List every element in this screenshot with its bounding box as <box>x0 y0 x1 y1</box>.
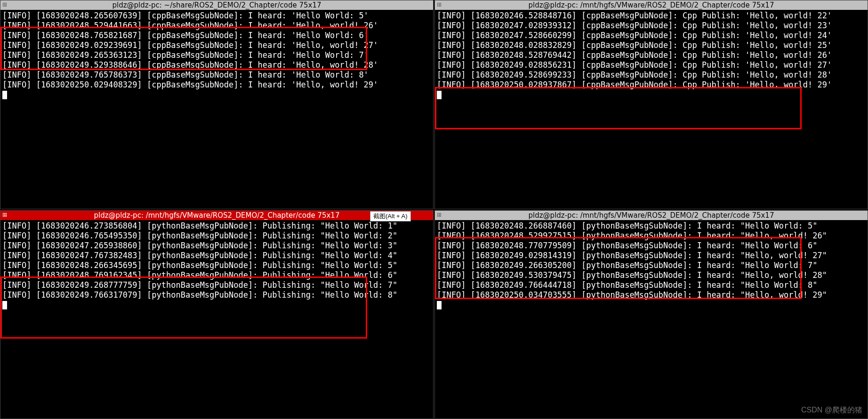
terminal-grid: ⊞ pldz@pldz-pc: ~/share/ROS2_DEMO/2_Chap… <box>0 0 868 419</box>
log-line: [INFO] [1683020249.766444718] [pythonBas… <box>437 280 866 290</box>
terminal-output-top-right[interactable]: [INFO] [1683020246.528848716] [cppBaseMs… <box>435 10 868 209</box>
window-icon: ⊞ <box>2 1 9 8</box>
log-line: [INFO] [1683020249.528699233] [cppBaseMs… <box>437 70 866 80</box>
log-line: [INFO] [1683020247.265938860] [pythonBas… <box>2 241 431 251</box>
log-line: [INFO] [1683020249.028856231] [cppBaseMs… <box>437 60 866 70</box>
log-line: [INFO] [1683020248.528769442] [cppBaseMs… <box>437 50 866 60</box>
terminal-output-bottom-right[interactable]: [INFO] [1683020248.266887460] [pythonBas… <box>435 220 868 419</box>
window-title: pldz@pldz-pc: /mnt/hgfs/VMware/ROS2_DEMO… <box>94 211 340 220</box>
terminal-pane-top-left[interactable]: ⊞ pldz@pldz-pc: ~/share/ROS2_DEMO/2_Chap… <box>0 0 434 209</box>
window-icon: ⊞ <box>437 1 443 8</box>
window-title: pldz@pldz-pc: /mnt/hgfs/VMware/ROS2_DEMO… <box>529 0 774 10</box>
log-line: [INFO] [1683020249.029239691] [cppBaseMs… <box>2 40 431 50</box>
log-line: [INFO] [1683020246.528848716] [cppBaseMs… <box>437 11 866 21</box>
window-title: pldz@pldz-pc: /mnt/hgfs/VMware/ROS2_DEMO… <box>529 211 774 220</box>
terminal-pane-bottom-right[interactable]: ⊞ pldz@pldz-pc: /mnt/hgfs/VMware/ROS2_DE… <box>434 210 868 419</box>
window-icon: ⊞ <box>437 212 443 218</box>
screenshot-tooltip: 截图(Alt + A) <box>370 211 411 221</box>
log-line: [INFO] [1683020247.028939312] [cppBaseMs… <box>437 21 866 31</box>
log-line: [INFO] [1683020249.765786373] [cppBaseMs… <box>2 70 431 80</box>
log-line: [INFO] [1683020249.265363123] [cppBaseMs… <box>2 50 431 60</box>
log-line: [INFO] [1683020250.029408329] [cppBaseMs… <box>2 80 431 90</box>
titlebar-top-right[interactable]: ⊞ pldz@pldz-pc: /mnt/hgfs/VMware/ROS2_DE… <box>435 0 868 10</box>
log-line: [INFO] [1683020248.529441663] [cppBaseMs… <box>2 21 431 31</box>
log-line: [INFO] [1683020246.273856804] [pythonBas… <box>2 221 431 231</box>
titlebar-bottom-right[interactable]: ⊞ pldz@pldz-pc: /mnt/hgfs/VMware/ROS2_DE… <box>435 211 868 220</box>
cursor <box>437 91 442 99</box>
log-line: [INFO] [1683020246.765495350] [pythonBas… <box>2 231 431 241</box>
titlebar-top-left[interactable]: ⊞ pldz@pldz-pc: ~/share/ROS2_DEMO/2_Chap… <box>0 0 433 10</box>
cursor <box>2 91 7 99</box>
log-line: [INFO] [1683020247.528660299] [cppBaseMs… <box>437 31 866 40</box>
cursor <box>2 301 7 309</box>
titlebar-bottom-left[interactable]: ⊞ pldz@pldz-pc: /mnt/hgfs/VMware/ROS2_DE… <box>0 211 433 220</box>
window-title: pldz@pldz-pc: ~/share/ROS2_DEMO/2_Chapte… <box>112 0 321 10</box>
log-line: [INFO] [1683020248.529927515] [pythonBas… <box>437 231 866 241</box>
log-line: [INFO] [1683020250.028937867] [cppBaseMs… <box>437 80 866 90</box>
log-line: [INFO] [1683020248.770779509] [pythonBas… <box>437 241 866 251</box>
window-icon: ⊞ <box>2 212 9 218</box>
terminal-pane-top-right[interactable]: ⊞ pldz@pldz-pc: /mnt/hgfs/VMware/ROS2_DE… <box>434 0 868 209</box>
log-line: [INFO] [1683020249.268777759] [pythonBas… <box>2 280 431 290</box>
log-line: [INFO] [1683020250.034703555] [pythonBas… <box>437 290 866 300</box>
log-line: [INFO] [1683020248.266345695] [pythonBas… <box>2 261 431 270</box>
log-line: [INFO] [1683020248.265607639] [cppBaseMs… <box>2 11 431 21</box>
log-line: [INFO] [1683020247.767382483] [pythonBas… <box>2 251 431 261</box>
log-line: [INFO] [1683020248.028832829] [cppBaseMs… <box>437 40 866 50</box>
cursor <box>437 301 442 309</box>
log-line: [INFO] [1683020248.266887460] [pythonBas… <box>437 221 866 231</box>
log-line: [INFO] [1683020249.766317079] [pythonBas… <box>2 290 431 300</box>
log-line: [INFO] [1683020248.765821687] [cppBaseMs… <box>2 31 431 40</box>
log-line: [INFO] [1683020249.529388646] [cppBaseMs… <box>2 60 431 70</box>
log-line: [INFO] [1683020249.266305200] [pythonBas… <box>437 261 866 270</box>
log-line: [INFO] [1683020249.029814319] [pythonBas… <box>437 251 866 261</box>
log-line: [INFO] [1683020248.769162345] [pythonBas… <box>2 270 431 280</box>
terminal-output-bottom-left[interactable]: [INFO] [1683020246.273856804] [pythonBas… <box>0 220 433 419</box>
terminal-output-top-left[interactable]: [INFO] [1683020248.265607639] [cppBaseMs… <box>0 10 433 209</box>
log-line: [INFO] [1683020249.530379475] [pythonBas… <box>437 270 866 280</box>
terminal-pane-bottom-left[interactable]: ⊞ pldz@pldz-pc: /mnt/hgfs/VMware/ROS2_DE… <box>0 210 434 419</box>
